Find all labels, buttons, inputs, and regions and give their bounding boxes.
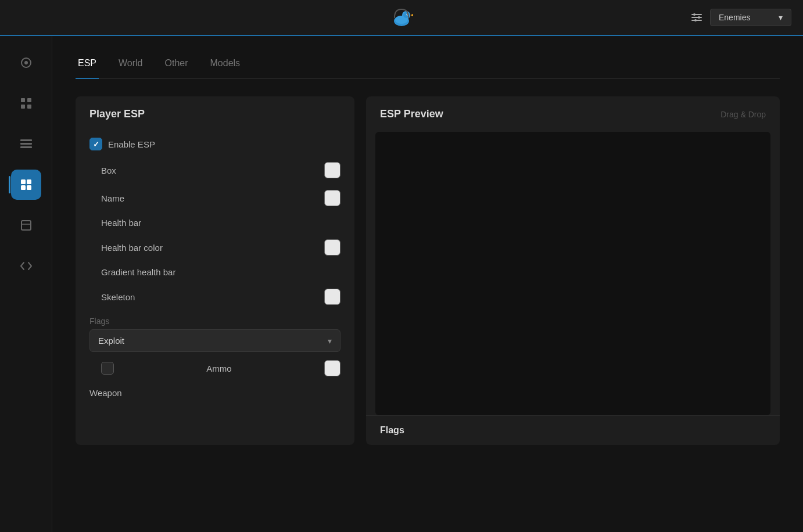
health-bar-color-label: Health bar color (101, 243, 163, 253)
sidebar-icon-5 (19, 218, 33, 232)
left-panel: Player ESP Enable ESP Box Name (76, 96, 354, 445)
tab-models[interactable]: Models (208, 53, 243, 79)
ammo-color-swatch[interactable] (324, 360, 340, 376)
enable-esp-checkbox-wrapper[interactable]: Enable ESP (89, 138, 155, 150)
svg-point-12 (694, 19, 697, 21)
enemies-dropdown-chevron: ▾ (779, 13, 783, 22)
tab-esp[interactable]: ESP (76, 53, 99, 79)
content-area: ESP World Other Models Player ESP (52, 36, 803, 532)
filter-icon (690, 11, 703, 24)
exploit-dropdown[interactable]: Exploit ▾ (89, 329, 340, 352)
topbar: Enemies ▾ (0, 0, 803, 36)
right-panel-title: ESP Preview (380, 108, 443, 120)
sidebar-item-6[interactable] (11, 251, 41, 281)
svg-rect-25 (27, 185, 31, 190)
setting-row-weapon: Weapon (89, 382, 340, 404)
health-bar-color-swatch[interactable] (324, 239, 340, 256)
svg-rect-19 (20, 139, 32, 141)
skeleton-label: Skeleton (101, 292, 135, 302)
setting-row-gradient-health-bar: Gradient health bar (89, 261, 340, 283)
sidebar-icon-3 (19, 137, 33, 151)
health-bar-label: Health bar (101, 218, 141, 228)
setting-row-health-bar-color: Health bar color (89, 233, 340, 261)
box-label: Box (101, 166, 116, 175)
right-panel-flags: Flags (366, 415, 780, 445)
svg-rect-26 (21, 221, 31, 230)
ammo-checkbox-wrapper (101, 362, 114, 375)
filter-button[interactable] (690, 11, 703, 24)
right-panel-body (375, 132, 770, 415)
sidebar-item-1[interactable] (11, 48, 41, 78)
name-color-swatch[interactable] (324, 190, 340, 206)
name-label: Name (101, 193, 124, 203)
setting-row-box: Box (89, 156, 340, 184)
svg-point-14 (24, 61, 28, 64)
svg-point-11 (698, 16, 700, 19)
tab-world[interactable]: World (116, 53, 145, 79)
sidebar-item-3[interactable] (11, 129, 41, 159)
right-panel-header: ESP Preview Drag & Drop (366, 96, 780, 132)
app-logo-icon (389, 5, 414, 30)
sidebar-item-4[interactable] (11, 170, 41, 200)
svg-rect-15 (21, 98, 25, 102)
svg-rect-17 (21, 105, 25, 109)
sidebar-item-2[interactable] (11, 88, 41, 118)
right-panel: ESP Preview Drag & Drop Flags (366, 96, 780, 445)
svg-rect-18 (27, 105, 31, 109)
setting-row-name: Name (89, 184, 340, 212)
weapon-label: Weapon (89, 388, 122, 398)
setting-row-ammo: Ammo (89, 354, 340, 382)
enemies-dropdown-label: Enemies (719, 13, 750, 22)
enable-esp-checkbox[interactable] (89, 138, 102, 150)
enemies-dropdown[interactable]: Enemies ▾ (710, 9, 791, 26)
enable-esp-label: Enable ESP (108, 139, 155, 149)
svg-rect-24 (21, 185, 26, 190)
tabs: ESP World Other Models (76, 53, 780, 79)
setting-row-enable-esp: Enable ESP (89, 132, 340, 156)
svg-marker-4 (410, 14, 413, 16)
flags-section-header: Flags (89, 317, 340, 326)
ammo-label: Ammo (206, 364, 231, 373)
sidebar-icon-2 (19, 96, 33, 110)
setting-row-skeleton: Skeleton (89, 283, 340, 311)
svg-point-10 (693, 13, 696, 16)
tab-other[interactable]: Other (163, 53, 191, 79)
exploit-chevron-icon: ▾ (328, 336, 332, 346)
drag-drop-label: Drag & Drop (720, 110, 766, 119)
topbar-center (389, 5, 414, 30)
topbar-right: Enemies ▾ (690, 9, 791, 26)
left-panel-title: Player ESP (89, 108, 340, 120)
sidebar-icon-6 (19, 259, 33, 273)
sidebar (0, 36, 52, 532)
setting-row-health-bar: Health bar (89, 212, 340, 233)
svg-rect-21 (20, 146, 32, 148)
gradient-health-bar-label: Gradient health bar (101, 267, 175, 277)
svg-rect-23 (27, 179, 31, 184)
sidebar-item-5[interactable] (11, 210, 41, 240)
sidebar-icon-4 (19, 178, 33, 192)
exploit-dropdown-label: Exploit (98, 336, 124, 346)
app-logo (389, 5, 414, 30)
box-color-swatch[interactable] (324, 162, 340, 178)
main-layout: ESP World Other Models Player ESP (0, 36, 803, 532)
svg-rect-20 (20, 143, 32, 145)
svg-rect-22 (21, 179, 26, 184)
ammo-checkbox[interactable] (101, 362, 114, 375)
svg-rect-16 (27, 98, 31, 102)
skeleton-color-swatch[interactable] (324, 289, 340, 305)
panels: Player ESP Enable ESP Box Name (76, 96, 780, 445)
sidebar-icon-1 (19, 56, 33, 70)
